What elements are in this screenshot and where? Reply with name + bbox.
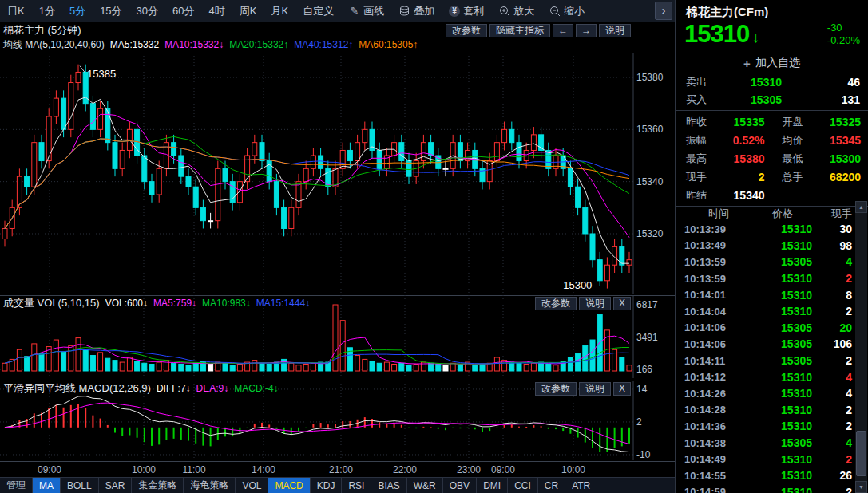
tab-管理[interactable]: 管理 — [0, 478, 33, 493]
trade-time: 10:14:38 — [684, 437, 753, 449]
trade-row[interactable]: 10:14:01153108 — [676, 286, 868, 303]
tab-CCI[interactable]: CCI — [508, 478, 538, 493]
timeframe-60分[interactable]: 60分 — [165, 0, 201, 22]
tab-MA[interactable]: MA — [33, 478, 61, 493]
scroll-up-button[interactable]: ▲ — [855, 201, 867, 213]
trade-row[interactable]: 10:14:26153104 — [676, 385, 868, 402]
main-candlestick-chart[interactable]: 153801536015340153201538515300 — [0, 53, 675, 294]
scroll-thumb[interactable] — [856, 431, 866, 476]
draw-line-tool[interactable]: ✎ 画线 — [341, 4, 391, 18]
trade-row[interactable]: 10:14:59153102 — [676, 484, 868, 493]
col-price: 价格 — [753, 207, 812, 221]
trade-row[interactable]: 10:14:12153104 — [676, 369, 868, 385]
tab-MACD[interactable]: MACD — [268, 478, 310, 493]
tab-VOL[interactable]: VOL — [236, 478, 268, 493]
tool-label: 叠加 — [414, 4, 434, 18]
pane-button-隐藏主指标[interactable]: 隐藏主指标 — [489, 24, 550, 37]
trade-row[interactable]: 10:14:551531026 — [676, 467, 868, 484]
add-watchlist-label: 加入自选 — [755, 56, 800, 70]
timeframe-周K[interactable]: 周K — [232, 0, 264, 22]
timeframe-自定义[interactable]: 自定义 — [295, 0, 341, 22]
tab-ATR[interactable]: ATR — [565, 478, 597, 493]
trade-price: 15305 — [753, 337, 812, 350]
trade-row[interactable]: 10:13:59153054 — [676, 254, 868, 270]
macd-buttons: 改参数说明X — [535, 382, 675, 396]
trade-qty: 2 — [812, 486, 852, 493]
indicator-tab-bar: 管理MABOLLSAR集金策略海龟策略VOLMACDKDJRSIBIASW&RO… — [0, 477, 675, 493]
tab-W&R[interactable]: W&R — [407, 478, 443, 493]
trade-row[interactable]: 10:14:49153102 — [676, 451, 868, 467]
tab-BIAS[interactable]: BIAS — [371, 478, 406, 493]
toolbar-expand-button[interactable]: › — [655, 2, 672, 20]
trade-row[interactable]: 10:14:04153102 — [676, 303, 868, 320]
trade-price: 15310 — [753, 420, 812, 432]
tab-RSI[interactable]: RSI — [342, 478, 371, 493]
tab-SAR[interactable]: SAR — [99, 478, 133, 493]
stat-现手: 现手2 — [676, 168, 772, 186]
price-change: -30 -0.20% — [827, 22, 860, 47]
trades-list: 10:13:39153103010:13:49153109810:13:5915… — [676, 221, 868, 493]
timeframe-月K[interactable]: 月K — [264, 0, 295, 22]
time-tick: 09:00 — [38, 464, 61, 475]
scroll-down-button[interactable]: ▼ — [855, 481, 867, 493]
trade-price: 15310 — [753, 305, 812, 317]
trade-row[interactable]: 10:14:28153102 — [676, 402, 868, 419]
timeframe-1分[interactable]: 1分 — [32, 0, 62, 22]
bidask-label: 买入 — [686, 93, 721, 107]
indicator-value: MACD:-4↓ — [234, 383, 278, 394]
trade-row[interactable]: 10:14:0615305106 — [676, 336, 868, 353]
trade-row[interactable]: 10:13:391531030 — [676, 221, 868, 238]
pane-button-→[interactable]: → — [576, 24, 597, 37]
tab-CR[interactable]: CR — [538, 478, 565, 493]
tab-海龟策略[interactable]: 海龟策略 — [184, 478, 236, 493]
tab-DMI[interactable]: DMI — [477, 478, 508, 493]
trade-row[interactable]: 10:14:061530520 — [676, 320, 868, 337]
indicator-value: DEA:9↓ — [196, 383, 229, 394]
timeframe-30分[interactable]: 30分 — [129, 0, 165, 22]
volume-header: 成交量 VOL(5,10,15) VOL:600↓MA5:759↓MA10:98… — [0, 295, 675, 311]
timeframe-4时[interactable]: 4时 — [202, 0, 232, 22]
arbitrage-tool[interactable]: ¥ 套利 — [442, 4, 491, 18]
pane-button-X[interactable]: X — [613, 297, 631, 310]
pencil-icon: ✎ — [348, 5, 360, 17]
add-watchlist-button[interactable]: + 加入自选 — [676, 53, 868, 73]
down-arrow-icon: ↓ — [751, 28, 759, 46]
tab-OBV[interactable]: OBV — [443, 478, 477, 493]
tab-集金策略[interactable]: 集金策略 — [132, 478, 184, 493]
trade-price: 15310 — [753, 404, 812, 416]
toolbar-timeframes: 日K1分5分15分30分60分4时周K月K自定义 — [0, 0, 341, 22]
pane-button-说明[interactable]: 说明 — [579, 382, 611, 396]
time-tick: 14:00 — [252, 464, 275, 475]
main-chart-header: 棉花主力 (5分钟) 改参数隐藏主指标←→说明 — [0, 22, 675, 38]
pane-button-说明[interactable]: 说明 — [579, 297, 611, 310]
trade-row[interactable]: 10:13:59153102 — [676, 270, 868, 287]
stat-label: 昨收 — [686, 115, 707, 129]
pane-button-说明[interactable]: 说明 — [599, 24, 631, 37]
trade-row[interactable]: 10:14:38153054 — [676, 435, 868, 452]
pane-button-改参数[interactable]: 改参数 — [446, 24, 487, 37]
plus-icon: + — [743, 57, 751, 70]
trade-price: 15310 — [753, 453, 812, 466]
pane-button-改参数[interactable]: 改参数 — [535, 297, 577, 310]
tab-BOLL[interactable]: BOLL — [61, 478, 99, 493]
timeframe-15分[interactable]: 15分 — [93, 0, 129, 22]
trade-row[interactable]: 10:13:491531098 — [676, 238, 868, 254]
timeframe-日K[interactable]: 日K — [0, 0, 32, 22]
scroll-track[interactable] — [855, 213, 867, 481]
trade-price: 15305 — [753, 255, 812, 268]
stat-value: 15300 — [830, 152, 861, 165]
pane-button-改参数[interactable]: 改参数 — [535, 382, 577, 396]
zoom-in-tool[interactable]: 放大 — [491, 4, 541, 18]
overlay-tool[interactable]: 叠加 — [391, 4, 442, 18]
tab-KDJ[interactable]: KDJ — [311, 478, 343, 493]
stat-label: 总手 — [783, 170, 803, 184]
timeframe-5分[interactable]: 5分 — [62, 0, 93, 22]
trade-row[interactable]: 10:14:36153102 — [676, 418, 868, 435]
zoom-out-tool[interactable]: 缩小 — [541, 4, 592, 18]
tool-label: 放大 — [513, 4, 534, 18]
trade-time: 10:14:28 — [684, 404, 753, 416]
pane-button-X[interactable]: X — [613, 382, 631, 396]
trade-row[interactable]: 10:14:11153052 — [676, 353, 868, 369]
tool-label: 套利 — [463, 4, 484, 18]
pane-button-←[interactable]: ← — [553, 24, 573, 37]
